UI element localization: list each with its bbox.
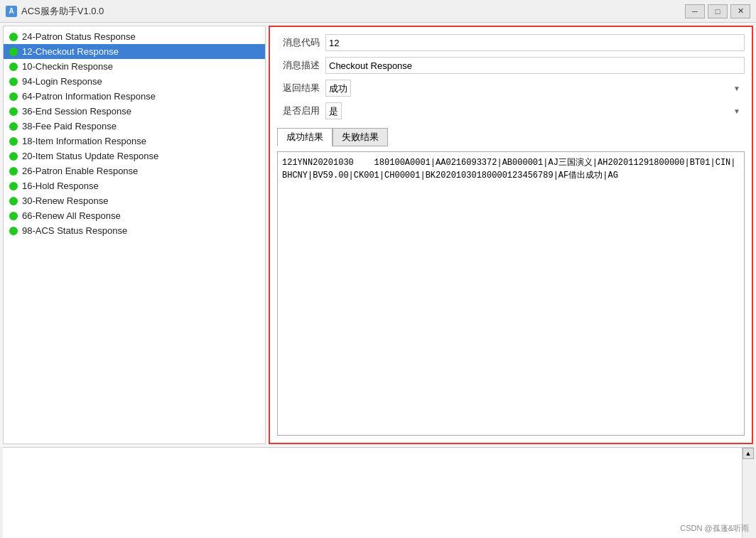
list-item-label: 36-End Session Response	[22, 106, 131, 117]
minimize-button[interactable]: ─	[685, 4, 705, 18]
list-item-label: 64-Patron Information Response	[22, 91, 156, 102]
enabled-select[interactable]: 是 否	[325, 102, 342, 119]
status-dot	[9, 167, 18, 176]
left-panel: 24-Patron Status Response12-Checkout Res…	[3, 26, 266, 444]
list-item-label: 12-Checkout Response	[22, 46, 119, 57]
status-dot	[9, 92, 18, 101]
return-result-select[interactable]: 成功 失败	[325, 80, 351, 97]
status-dot	[9, 63, 18, 71]
status-dot	[9, 182, 18, 190]
list-item-label: 20-Item Status Update Response	[22, 151, 158, 161]
fail-tab[interactable]: 失败结果	[333, 128, 388, 146]
scroll-up-btn[interactable]: ▲	[742, 448, 754, 459]
list-item[interactable]: 24-Patron Status Response	[4, 29, 265, 44]
main-content: 24-Patron Status Response12-Checkout Res…	[0, 23, 756, 447]
title-bar-left: A ACS服务助手V1.0.0	[6, 5, 104, 18]
list-item-label: 66-Renew All Response	[22, 210, 121, 221]
msg-desc-label: 消息描述	[277, 59, 320, 72]
list-item[interactable]: 12-Checkout Response	[4, 44, 265, 59]
list-item-label: 18-Item Information Response	[22, 136, 146, 146]
list-item-label: 94-Login Response	[22, 76, 102, 87]
app-title: ACS服务助手V1.0.0	[21, 5, 104, 18]
status-dot	[9, 197, 18, 205]
bottom-log-panel: ▲ ▼	[3, 447, 753, 538]
app-icon: A	[6, 6, 17, 17]
enabled-label: 是否启用	[277, 104, 320, 117]
title-bar: A ACS服务助手V1.0.0 ─ □ ✕	[0, 0, 756, 23]
list-item-label: 10-Checkin Response	[22, 61, 113, 72]
list-item[interactable]: 20-Item Status Update Response	[4, 149, 265, 163]
list-item-label: 38-Fee Paid Response	[22, 121, 117, 131]
list-item[interactable]: 18-Item Information Response	[4, 134, 265, 149]
maximize-button[interactable]: □	[708, 4, 728, 18]
status-dot	[9, 212, 18, 220]
status-dot	[9, 77, 18, 86]
window-controls: ─ □ ✕	[685, 4, 750, 18]
tabs-row: 成功结果 失败结果	[277, 128, 745, 146]
list-item[interactable]: 10-Checkin Response	[4, 59, 265, 74]
list-item[interactable]: 16-Hold Response	[4, 178, 265, 193]
list-item-label: 24-Patron Status Response	[22, 31, 136, 42]
enabled-row: 是否启用 是 否	[277, 102, 745, 119]
status-dot	[9, 33, 18, 41]
list-item-label: 26-Patron Enable Response	[22, 166, 138, 176]
return-result-wrapper: 成功 失败	[325, 80, 745, 97]
close-button[interactable]: ✕	[730, 4, 750, 18]
status-dot	[9, 48, 18, 56]
list-item[interactable]: 94-Login Response	[4, 74, 265, 89]
msg-code-label: 消息代码	[277, 36, 320, 49]
list-item[interactable]: 64-Patron Information Response	[4, 89, 265, 104]
status-dot	[9, 137, 18, 146]
response-textarea[interactable]	[278, 152, 744, 337]
status-dot	[9, 152, 18, 161]
list-item-label: 98-ACS Status Response	[22, 225, 127, 236]
status-dot	[9, 107, 18, 116]
textarea-wrapper	[277, 151, 745, 436]
status-dot	[9, 227, 18, 235]
msg-desc-input[interactable]	[325, 57, 745, 74]
list-item[interactable]: 98-ACS Status Response	[4, 223, 265, 238]
status-dot	[9, 122, 18, 131]
list-item[interactable]: 38-Fee Paid Response	[4, 119, 265, 134]
return-result-row: 返回结果 成功 失败	[277, 80, 745, 97]
list-item[interactable]: 30-Renew Response	[4, 193, 265, 208]
list-item-label: 30-Renew Response	[22, 195, 108, 206]
list-item[interactable]: 26-Patron Enable Response	[4, 163, 265, 178]
msg-code-input[interactable]	[325, 34, 745, 51]
return-result-label: 返回结果	[277, 82, 320, 95]
enabled-wrapper: 是 否	[325, 102, 745, 119]
list-item[interactable]: 36-End Session Response	[4, 104, 265, 119]
msg-desc-row: 消息描述	[277, 57, 745, 74]
right-panel: 消息代码 消息描述 返回结果 成功 失败 是否启用 是 否	[269, 26, 753, 444]
success-tab[interactable]: 成功结果	[277, 128, 333, 146]
list-item-label: 16-Hold Response	[22, 181, 99, 191]
watermark: CSDN @孤蓬&听雨	[680, 523, 749, 534]
list-item[interactable]: 66-Renew All Response	[4, 208, 265, 223]
msg-code-row: 消息代码	[277, 34, 745, 51]
